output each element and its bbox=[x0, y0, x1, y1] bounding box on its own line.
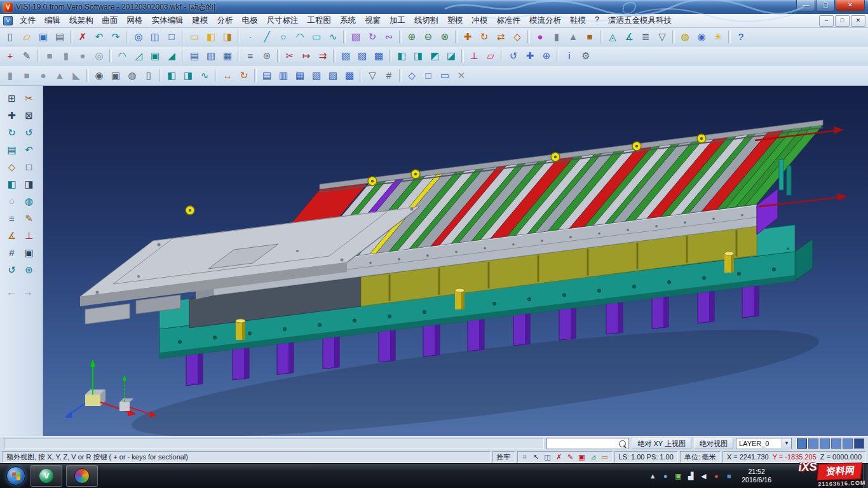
menu-item[interactable]: 加工 bbox=[385, 14, 410, 27]
save-file-icon[interactable]: ▣ bbox=[35, 29, 51, 45]
material-icon[interactable]: ◍ bbox=[677, 29, 693, 45]
status-delete-icon[interactable]: ✗ bbox=[554, 452, 564, 461]
search-input[interactable] bbox=[547, 439, 619, 448]
new-file-icon[interactable]: ▯ bbox=[2, 29, 18, 45]
rotate-view-icon[interactable]: ↻ bbox=[3, 124, 20, 141]
feature-1-icon[interactable]: ▧ bbox=[337, 48, 354, 64]
database-3-icon[interactable]: ▦ bbox=[292, 67, 308, 84]
box-primitive-icon[interactable]: ■ bbox=[581, 29, 598, 45]
orbit-view-icon[interactable]: ↺ bbox=[20, 124, 37, 141]
zoom-extents-icon[interactable]: ⊠ bbox=[20, 107, 37, 124]
analyze-icon[interactable]: ◬ bbox=[604, 29, 621, 45]
rotate-icon[interactable]: ↻ bbox=[476, 29, 492, 45]
menu-item[interactable]: 标准件 bbox=[492, 14, 526, 27]
status-cursor-icon[interactable]: ↖ bbox=[531, 452, 541, 461]
sweep-icon[interactable]: ∾ bbox=[381, 29, 397, 45]
mdi-close-button[interactable]: ✕ bbox=[851, 15, 865, 27]
mdi-restore-button[interactable]: □ bbox=[835, 15, 850, 27]
menu-item[interactable]: 冲模 bbox=[468, 14, 492, 27]
sphere-solid-icon[interactable]: ● bbox=[74, 48, 91, 64]
menu-item[interactable]: 视窗 bbox=[360, 14, 385, 27]
tray-shield-icon[interactable]: ▣ bbox=[672, 469, 684, 483]
help-icon[interactable]: ? bbox=[733, 29, 749, 45]
boolean-subtract-icon[interactable]: ⊖ bbox=[420, 29, 437, 45]
wireframe-mode-icon[interactable]: ▭ bbox=[186, 29, 203, 45]
solid-box-icon[interactable]: ■ bbox=[18, 67, 35, 84]
pan-view-icon[interactable]: ✚ bbox=[3, 107, 20, 124]
show-entity-icon[interactable]: ◍ bbox=[20, 193, 37, 210]
mold-tool-3-icon[interactable]: ◩ bbox=[426, 48, 443, 64]
taskbar-app-button[interactable] bbox=[66, 465, 98, 487]
mold-tool-4-icon[interactable]: ◪ bbox=[443, 48, 459, 64]
rotate-3d-icon[interactable]: ↻ bbox=[236, 67, 252, 84]
maximize-button[interactable]: ▢ bbox=[816, 0, 835, 11]
mdi-minimize-button[interactable]: – bbox=[819, 15, 834, 27]
tray-expand-icon[interactable]: ▲ bbox=[646, 469, 659, 483]
view-front-icon[interactable]: ▭ bbox=[437, 67, 453, 84]
view-iso-icon[interactable]: ◇ bbox=[403, 67, 420, 84]
extrude-icon[interactable]: ▧ bbox=[348, 29, 364, 45]
menu-item[interactable]: 电极 bbox=[238, 14, 262, 27]
menu-item[interactable]: 线切割 bbox=[410, 14, 443, 27]
taskbar-visi-button[interactable]: V bbox=[31, 465, 62, 487]
database-1-icon[interactable]: ▤ bbox=[259, 67, 275, 84]
mold-tool-2-icon[interactable]: ◨ bbox=[410, 48, 426, 64]
menu-item[interactable]: 文件 bbox=[15, 14, 40, 27]
view-back-icon[interactable]: ← bbox=[3, 284, 20, 301]
view-pan-icon[interactable]: ✚ bbox=[522, 48, 538, 64]
boolean-intersect-icon[interactable]: ⊗ bbox=[437, 29, 453, 45]
draft-icon[interactable]: ◢ bbox=[163, 48, 180, 64]
menu-item[interactable]: 工程图 bbox=[303, 14, 336, 27]
face-edit-icon[interactable]: ▤ bbox=[186, 48, 203, 64]
menu-item[interactable]: 模流分析 bbox=[525, 14, 566, 27]
settings-icon[interactable]: ⚙ bbox=[578, 48, 594, 64]
view-forward-icon[interactable]: → bbox=[20, 284, 36, 301]
view-rotate-icon[interactable]: ↺ bbox=[505, 48, 522, 64]
curve-tool-icon[interactable]: ∿ bbox=[325, 29, 341, 45]
taskbar-clock[interactable]: 21:52 2016/6/16 bbox=[736, 468, 776, 484]
menu-item[interactable]: 曲面 bbox=[98, 14, 123, 27]
mold-tool-1-icon[interactable]: ◧ bbox=[393, 48, 410, 64]
full-view-icon[interactable]: □ bbox=[163, 29, 180, 45]
delete-icon[interactable]: ✗ bbox=[74, 29, 91, 45]
trim-icon[interactable]: ✂ bbox=[281, 48, 298, 64]
zoom-window-icon[interactable]: ⊞ bbox=[3, 90, 20, 107]
extend-icon[interactable]: ↦ bbox=[298, 48, 315, 64]
shading-mode-icon[interactable]: ◧ bbox=[203, 29, 219, 45]
zoom-search-icon[interactable]: ◎ bbox=[130, 29, 147, 45]
print-icon[interactable]: ▤ bbox=[51, 29, 68, 45]
rectangle-tool-icon[interactable]: ▭ bbox=[308, 29, 325, 45]
redraw-icon[interactable]: ↺ bbox=[3, 261, 20, 278]
status-ruler-icon[interactable]: ▭ bbox=[600, 452, 610, 461]
pocket-feature-icon[interactable]: ▣ bbox=[107, 67, 124, 84]
translate-3d-icon[interactable]: ↔ bbox=[219, 67, 236, 84]
zoom-dynamic-icon[interactable]: ✂ bbox=[20, 90, 37, 107]
layer-combo[interactable]: LAYER_0 ▼ bbox=[736, 438, 792, 449]
status-snap-icon[interactable]: ⌗ bbox=[520, 452, 530, 461]
menu-item[interactable]: 鞋模 bbox=[566, 14, 590, 27]
color-swatch[interactable] bbox=[797, 438, 807, 449]
database-5-icon[interactable]: ▨ bbox=[325, 67, 341, 84]
info-icon[interactable]: i bbox=[561, 48, 578, 64]
tray-volume-icon[interactable]: ◀ bbox=[697, 469, 710, 483]
layers-icon[interactable]: ≣ bbox=[637, 29, 654, 45]
cylinder-primitive-icon[interactable]: ▮ bbox=[548, 29, 565, 45]
feature-2-icon[interactable]: ▨ bbox=[354, 48, 370, 64]
datum-axis-icon[interactable]: + bbox=[2, 48, 18, 64]
measure-icon[interactable]: ∡ bbox=[621, 29, 637, 45]
point-tool-icon[interactable]: ∙ bbox=[242, 29, 259, 45]
render-icon[interactable]: ◉ bbox=[693, 29, 710, 45]
lock-indicator[interactable]: 拴牢 bbox=[492, 451, 515, 463]
work-plane-icon[interactable]: ▱ bbox=[482, 48, 499, 64]
start-button[interactable] bbox=[6, 466, 25, 485]
hidden-line-mode-icon[interactable]: ◨ bbox=[219, 29, 236, 45]
tray-alert-icon[interactable]: ● bbox=[710, 469, 722, 483]
offset-icon[interactable]: ⇉ bbox=[315, 48, 331, 64]
feature-3-icon[interactable]: ▩ bbox=[370, 48, 387, 64]
menu-item[interactable]: 网格 bbox=[123, 14, 147, 27]
database-6-icon[interactable]: ▩ bbox=[341, 67, 358, 84]
axonometric-view-icon[interactable]: ◇ bbox=[3, 158, 20, 175]
circle-tool-icon[interactable]: ○ bbox=[275, 29, 292, 45]
menu-item[interactable]: 塑模 bbox=[443, 14, 468, 27]
snap-grid-icon[interactable]: # bbox=[381, 67, 397, 84]
